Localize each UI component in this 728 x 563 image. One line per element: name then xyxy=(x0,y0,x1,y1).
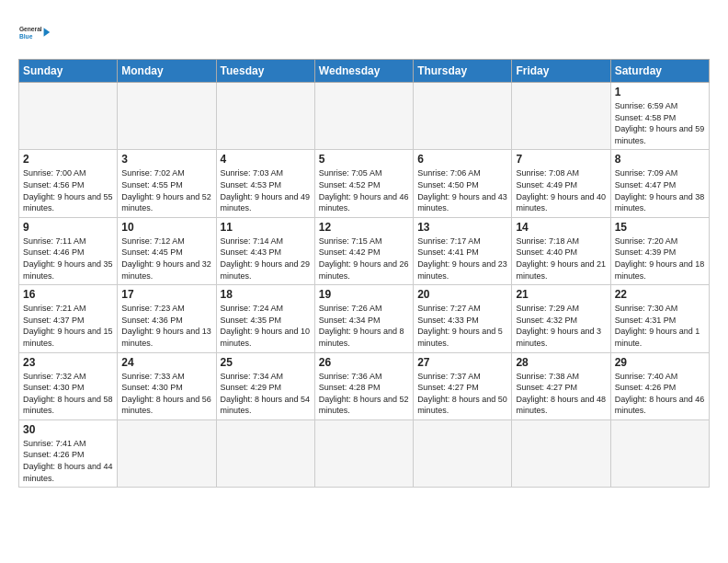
day-number: 1 xyxy=(615,86,705,98)
day-number: 13 xyxy=(417,221,507,234)
calendar-cell: 23Sunrise: 7:32 AMSunset: 4:30 PMDayligh… xyxy=(19,352,118,419)
calendar-week-3: 9Sunrise: 7:11 AMSunset: 4:46 PMDaylight… xyxy=(19,217,710,284)
day-number: 4 xyxy=(221,153,311,166)
day-number: 19 xyxy=(319,288,409,301)
calendar-cell: 28Sunrise: 7:38 AMSunset: 4:27 PMDayligh… xyxy=(512,352,610,419)
calendar-cell: 17Sunrise: 7:23 AMSunset: 4:36 PMDayligh… xyxy=(118,285,216,352)
calendar-cell xyxy=(118,83,216,150)
calendar-cell xyxy=(414,83,512,150)
logo-icon: GeneralBlue xyxy=(18,15,53,50)
sun-info: Sunrise: 7:37 AMSunset: 4:27 PMDaylight:… xyxy=(417,371,507,417)
calendar-cell: 14Sunrise: 7:18 AMSunset: 4:40 PMDayligh… xyxy=(512,217,610,284)
sun-info: Sunrise: 7:15 AMSunset: 4:42 PMDaylight:… xyxy=(319,236,409,282)
day-number: 18 xyxy=(221,288,311,301)
weekday-header-tuesday: Tuesday xyxy=(216,60,314,83)
sun-info: Sunrise: 7:38 AMSunset: 4:27 PMDaylight:… xyxy=(516,371,606,417)
day-number: 9 xyxy=(23,221,113,234)
calendar-cell: 6Sunrise: 7:06 AMSunset: 4:50 PMDaylight… xyxy=(414,150,512,217)
calendar-cell xyxy=(216,419,314,487)
day-number: 22 xyxy=(615,288,705,301)
sun-info: Sunrise: 7:18 AMSunset: 4:40 PMDaylight:… xyxy=(516,236,606,282)
sun-info: Sunrise: 7:41 AMSunset: 4:26 PMDaylight:… xyxy=(23,438,113,484)
sun-info: Sunrise: 7:11 AMSunset: 4:46 PMDaylight:… xyxy=(23,236,113,282)
svg-marker-2 xyxy=(44,28,51,37)
calendar-table: SundayMondayTuesdayWednesdayThursdayFrid… xyxy=(18,59,710,488)
calendar-week-1: 1Sunrise: 6:59 AMSunset: 4:58 PMDaylight… xyxy=(19,83,710,150)
calendar-cell: 1Sunrise: 6:59 AMSunset: 4:58 PMDaylight… xyxy=(610,83,709,150)
day-number: 17 xyxy=(121,288,211,301)
calendar-cell: 5Sunrise: 7:05 AMSunset: 4:52 PMDaylight… xyxy=(314,150,413,217)
day-number: 2 xyxy=(23,153,113,166)
svg-text:Blue: Blue xyxy=(19,33,33,40)
calendar-cell: 7Sunrise: 7:08 AMSunset: 4:49 PMDaylight… xyxy=(512,150,610,217)
sun-info: Sunrise: 7:08 AMSunset: 4:49 PMDaylight:… xyxy=(516,167,606,213)
sun-info: Sunrise: 7:17 AMSunset: 4:41 PMDaylight:… xyxy=(417,236,507,282)
day-number: 6 xyxy=(417,153,507,166)
calendar-cell: 15Sunrise: 7:20 AMSunset: 4:39 PMDayligh… xyxy=(610,217,709,284)
sun-info: Sunrise: 7:00 AMSunset: 4:56 PMDaylight:… xyxy=(23,167,113,213)
day-number: 24 xyxy=(121,356,211,369)
day-number: 3 xyxy=(121,153,211,166)
weekday-header-friday: Friday xyxy=(512,60,610,83)
calendar-cell: 19Sunrise: 7:26 AMSunset: 4:34 PMDayligh… xyxy=(314,285,413,352)
calendar-cell xyxy=(512,419,610,487)
weekday-header-sunday: Sunday xyxy=(19,60,118,83)
day-number: 30 xyxy=(23,423,113,436)
calendar-cell: 16Sunrise: 7:21 AMSunset: 4:37 PMDayligh… xyxy=(19,285,118,352)
weekday-header-monday: Monday xyxy=(118,60,216,83)
calendar-cell: 12Sunrise: 7:15 AMSunset: 4:42 PMDayligh… xyxy=(314,217,413,284)
sun-info: Sunrise: 7:05 AMSunset: 4:52 PMDaylight:… xyxy=(319,167,409,213)
sun-info: Sunrise: 7:29 AMSunset: 4:32 PMDaylight:… xyxy=(516,303,606,349)
sun-info: Sunrise: 7:02 AMSunset: 4:55 PMDaylight:… xyxy=(121,167,211,213)
day-number: 23 xyxy=(23,356,113,369)
day-number: 25 xyxy=(221,356,311,369)
day-number: 27 xyxy=(417,356,507,369)
day-number: 10 xyxy=(121,221,211,234)
calendar-cell: 22Sunrise: 7:30 AMSunset: 4:31 PMDayligh… xyxy=(610,285,709,352)
sun-info: Sunrise: 7:21 AMSunset: 4:37 PMDaylight:… xyxy=(23,303,113,349)
calendar-cell: 24Sunrise: 7:33 AMSunset: 4:30 PMDayligh… xyxy=(118,352,216,419)
calendar-cell: 8Sunrise: 7:09 AMSunset: 4:47 PMDaylight… xyxy=(610,150,709,217)
day-number: 21 xyxy=(516,288,606,301)
sun-info: Sunrise: 6:59 AMSunset: 4:58 PMDaylight:… xyxy=(615,100,705,146)
sun-info: Sunrise: 7:12 AMSunset: 4:45 PMDaylight:… xyxy=(121,236,211,282)
calendar-cell: 18Sunrise: 7:24 AMSunset: 4:35 PMDayligh… xyxy=(216,285,314,352)
calendar-cell xyxy=(314,419,413,487)
calendar-cell: 20Sunrise: 7:27 AMSunset: 4:33 PMDayligh… xyxy=(414,285,512,352)
day-number: 15 xyxy=(615,221,705,234)
weekday-header-row: SundayMondayTuesdayWednesdayThursdayFrid… xyxy=(19,60,710,83)
calendar-week-6: 30Sunrise: 7:41 AMSunset: 4:26 PMDayligh… xyxy=(19,419,710,487)
calendar-cell: 30Sunrise: 7:41 AMSunset: 4:26 PMDayligh… xyxy=(19,419,118,487)
calendar-cell: 25Sunrise: 7:34 AMSunset: 4:29 PMDayligh… xyxy=(216,352,314,419)
sun-info: Sunrise: 7:33 AMSunset: 4:30 PMDaylight:… xyxy=(121,371,211,417)
weekday-header-saturday: Saturday xyxy=(610,60,709,83)
calendar-cell: 26Sunrise: 7:36 AMSunset: 4:28 PMDayligh… xyxy=(314,352,413,419)
calendar-cell: 27Sunrise: 7:37 AMSunset: 4:27 PMDayligh… xyxy=(414,352,512,419)
calendar-cell: 2Sunrise: 7:00 AMSunset: 4:56 PMDaylight… xyxy=(19,150,118,217)
calendar-cell xyxy=(414,419,512,487)
sun-info: Sunrise: 7:27 AMSunset: 4:33 PMDaylight:… xyxy=(417,303,507,349)
sun-info: Sunrise: 7:20 AMSunset: 4:39 PMDaylight:… xyxy=(615,236,705,282)
day-number: 5 xyxy=(319,153,409,166)
calendar-page: GeneralBlue SundayMondayTuesdayWednesday… xyxy=(0,0,728,563)
calendar-week-2: 2Sunrise: 7:00 AMSunset: 4:56 PMDaylight… xyxy=(19,150,710,217)
sun-info: Sunrise: 7:24 AMSunset: 4:35 PMDaylight:… xyxy=(221,303,311,349)
calendar-cell: 9Sunrise: 7:11 AMSunset: 4:46 PMDaylight… xyxy=(19,217,118,284)
logo: GeneralBlue xyxy=(18,15,53,50)
day-number: 11 xyxy=(221,221,311,234)
calendar-cell xyxy=(118,419,216,487)
calendar-week-4: 16Sunrise: 7:21 AMSunset: 4:37 PMDayligh… xyxy=(19,285,710,352)
sun-info: Sunrise: 7:09 AMSunset: 4:47 PMDaylight:… xyxy=(615,167,705,213)
calendar-week-5: 23Sunrise: 7:32 AMSunset: 4:30 PMDayligh… xyxy=(19,352,710,419)
calendar-cell xyxy=(314,83,413,150)
day-number: 14 xyxy=(516,221,606,234)
svg-text:General: General xyxy=(19,26,42,32)
sun-info: Sunrise: 7:40 AMSunset: 4:26 PMDaylight:… xyxy=(615,371,705,417)
sun-info: Sunrise: 7:30 AMSunset: 4:31 PMDaylight:… xyxy=(615,303,705,349)
sun-info: Sunrise: 7:34 AMSunset: 4:29 PMDaylight:… xyxy=(221,371,311,417)
sun-info: Sunrise: 7:36 AMSunset: 4:28 PMDaylight:… xyxy=(319,371,409,417)
day-number: 26 xyxy=(319,356,409,369)
sun-info: Sunrise: 7:23 AMSunset: 4:36 PMDaylight:… xyxy=(121,303,211,349)
calendar-cell: 10Sunrise: 7:12 AMSunset: 4:45 PMDayligh… xyxy=(118,217,216,284)
calendar-cell: 11Sunrise: 7:14 AMSunset: 4:43 PMDayligh… xyxy=(216,217,314,284)
